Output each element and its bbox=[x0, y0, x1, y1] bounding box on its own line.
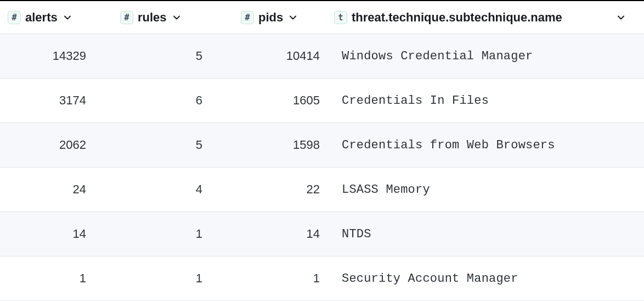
table-body: 14329 5 10414 Windows Credential Manager… bbox=[0, 34, 644, 301]
cell-alerts: 1 bbox=[8, 271, 120, 286]
chevron-down-icon bbox=[617, 13, 625, 22]
text-type-icon: t bbox=[334, 11, 347, 24]
cell-rules: 6 bbox=[120, 93, 241, 108]
chevron-down-icon bbox=[172, 13, 181, 22]
column-label: pids bbox=[258, 10, 283, 25]
cell-alerts: 2062 bbox=[8, 138, 120, 152]
cell-subtechnique-name: Windows Credential Manager bbox=[334, 49, 636, 63]
table-row[interactable]: 2062 5 1598 Credentials from Web Browser… bbox=[0, 123, 644, 168]
column-label: rules bbox=[138, 10, 167, 25]
cell-pids: 1598 bbox=[241, 138, 334, 152]
cell-rules: 5 bbox=[120, 49, 241, 63]
table-row[interactable]: 14329 5 10414 Windows Credential Manager bbox=[0, 34, 644, 79]
cell-pids: 14 bbox=[241, 227, 334, 241]
table-row[interactable]: 24 4 22 LSASS Memory bbox=[0, 168, 644, 212]
cell-alerts: 14 bbox=[8, 227, 120, 241]
column-header-subtechnique-name[interactable]: t threat.technique.subtechnique.name bbox=[334, 10, 636, 25]
column-header-rules[interactable]: # rules bbox=[120, 10, 241, 25]
cell-rules: 1 bbox=[120, 227, 241, 241]
number-type-icon: # bbox=[241, 11, 254, 24]
cell-pids: 22 bbox=[241, 182, 334, 197]
table-row[interactable]: 14 1 14 NTDS bbox=[0, 212, 644, 257]
column-label: threat.technique.subtechnique.name bbox=[352, 10, 562, 25]
cell-alerts: 24 bbox=[8, 182, 120, 197]
cell-rules: 4 bbox=[120, 182, 241, 197]
cell-alerts: 14329 bbox=[8, 49, 120, 63]
cell-subtechnique-name: LSASS Memory bbox=[334, 183, 636, 197]
table-row[interactable]: 1 1 1 Security Account Manager bbox=[0, 257, 644, 301]
cell-subtechnique-name: Credentials from Web Browsers bbox=[334, 138, 636, 152]
results-table: # alerts # rules # pids t threat.techniq… bbox=[0, 1, 644, 301]
table-header-row: # alerts # rules # pids t threat.techniq… bbox=[0, 1, 644, 34]
chevron-down-icon bbox=[63, 13, 72, 22]
column-label: alerts bbox=[25, 10, 58, 25]
number-type-icon: # bbox=[120, 11, 133, 24]
cell-pids: 1 bbox=[241, 271, 334, 286]
table-row[interactable]: 3174 6 1605 Credentials In Files bbox=[0, 79, 644, 123]
column-header-alerts[interactable]: # alerts bbox=[8, 10, 120, 25]
cell-alerts: 3174 bbox=[8, 93, 120, 108]
cell-pids: 10414 bbox=[241, 49, 334, 63]
cell-rules: 1 bbox=[120, 271, 241, 286]
cell-pids: 1605 bbox=[241, 93, 334, 108]
cell-subtechnique-name: Security Account Manager bbox=[334, 272, 636, 286]
number-type-icon: # bbox=[8, 11, 21, 24]
cell-rules: 5 bbox=[120, 138, 241, 152]
cell-subtechnique-name: Credentials In Files bbox=[334, 94, 636, 108]
cell-subtechnique-name: NTDS bbox=[334, 227, 636, 241]
chevron-down-icon bbox=[289, 13, 297, 22]
column-header-pids[interactable]: # pids bbox=[241, 10, 334, 25]
